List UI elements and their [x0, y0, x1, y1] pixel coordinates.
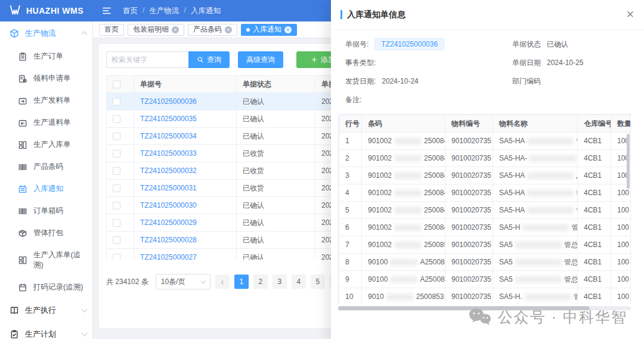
page-button-4[interactable]: 4: [292, 275, 306, 289]
row-checkbox[interactable]: [113, 98, 120, 106]
warehouse-no: 4CB1: [578, 236, 611, 254]
quantity: 100: [611, 236, 631, 254]
row-checkbox[interactable]: [113, 150, 120, 158]
tab-1[interactable]: 包装箱明细 ×: [128, 24, 184, 36]
tab-3[interactable]: 入库通知 ×: [241, 24, 297, 36]
field-row: 发货日期: 2024-10-24: [345, 75, 512, 87]
sidebar-item-1[interactable]: 领料申请单: [0, 67, 92, 90]
doc-no-link[interactable]: TZ241025000036: [140, 97, 197, 106]
sidebar-item-4[interactable]: 生产入库单: [0, 134, 92, 156]
tab-close-icon[interactable]: ×: [172, 26, 179, 33]
sidebar-item-10[interactable]: 打码记录(追溯): [0, 276, 92, 298]
doc-status: 已确认: [237, 128, 315, 145]
row-checkbox[interactable]: [113, 115, 120, 123]
detail-row: 4 9010022500847 9010020735 SA5-HA软管总.. 4…: [339, 184, 631, 202]
detail-table: 行号 条码 物料编号 物料名称 仓库编号 数量 1 9010022500844 …: [338, 114, 631, 304]
redaction-blur: [394, 224, 422, 231]
quantity: 100: [611, 288, 631, 304]
page-button-1[interactable]: 1: [234, 275, 249, 289]
row-checkbox[interactable]: [113, 236, 120, 244]
sidebar-item-5[interactable]: 产品条码: [0, 156, 92, 178]
material-name: SA5管总..: [493, 236, 578, 254]
prev-page-button[interactable]: ‹: [215, 275, 230, 289]
sidebar-section-0[interactable]: 生产物流: [0, 21, 92, 45]
sidebar-section-1[interactable]: 生产执行: [0, 298, 92, 322]
return-icon: [18, 118, 27, 128]
doc-no-link[interactable]: TZ241025000030: [140, 201, 197, 209]
huazhi-logo-icon: [8, 4, 21, 17]
collapse-menu-icon[interactable]: [101, 5, 112, 16]
advanced-query-button[interactable]: 高级查询: [238, 51, 283, 68]
row-checkbox[interactable]: [113, 202, 120, 209]
breadcrumb-home[interactable]: 首页: [123, 6, 138, 16]
tab-close-icon[interactable]: ×: [225, 26, 232, 33]
select-all-checkbox[interactable]: [113, 81, 120, 88]
sidebar-item-2[interactable]: 生产发料单: [0, 90, 92, 112]
row-checkbox[interactable]: [113, 254, 120, 260]
doc-no-link[interactable]: TZ241025000035: [140, 115, 197, 123]
sidebar-item-7[interactable]: 订单箱码: [0, 200, 92, 222]
barcode-icon: [18, 162, 27, 172]
material-no: 9010020735: [445, 254, 493, 271]
sidebar-item-9[interactable]: 生产入库单(追溯): [0, 244, 92, 276]
field-value: 2024-10-25: [547, 58, 583, 67]
sidebar-section-2[interactable]: 生产计划: [0, 322, 92, 339]
vertical-scrollbar-thumb[interactable]: [627, 134, 630, 189]
tab-close-icon[interactable]: ×: [284, 26, 292, 33]
barcode-icon: [18, 207, 27, 216]
sidebar-item-0[interactable]: 生产订单: [0, 45, 92, 67]
redaction-blur: [386, 294, 414, 300]
doc-no-link[interactable]: TZ241025000029: [140, 218, 197, 227]
page-button-3[interactable]: 3: [273, 275, 287, 289]
query-button[interactable]: 查询: [188, 51, 230, 68]
doc-no-link[interactable]: TZ241025000028: [140, 236, 197, 244]
doc-status: 已确认: [237, 232, 315, 249]
row-checkbox[interactable]: [113, 184, 120, 192]
material-no: 9010020735: [445, 167, 493, 184]
doc-status: 已收货: [237, 180, 315, 197]
sidebar-item-8[interactable]: 管体打包: [0, 222, 92, 244]
material-name: SA5管总..: [493, 271, 578, 288]
quantity: 100: [611, 271, 631, 288]
redaction-blur: [527, 207, 574, 214]
warehouse-no: 4CB1: [578, 202, 611, 219]
field-row: 单据状态 已确认: [512, 38, 583, 50]
cube-icon: [10, 29, 19, 38]
col-barcode: 条码: [362, 115, 445, 132]
field-row: 单据号: TZ241025000036: [345, 38, 512, 50]
row-checkbox[interactable]: [113, 167, 120, 175]
doc-no-link[interactable]: TZ241025000034: [140, 132, 197, 140]
line-no: 5: [339, 202, 362, 219]
detail-row: 9 90100A2500852 9010020735 SA5管总.. 4CB1 …: [339, 271, 631, 288]
material-no: 9010020735: [445, 150, 493, 167]
chevron-down-icon: [82, 331, 88, 337]
tab-2[interactable]: 产品条码 ×: [188, 24, 237, 36]
doc-no-link[interactable]: TZ241025000032: [140, 167, 197, 175]
close-icon[interactable]: ✕: [626, 10, 634, 20]
doc-status: 已确认: [237, 214, 315, 232]
sidebar-item-3[interactable]: 生产退料单: [0, 112, 92, 134]
sidebar-item-6[interactable]: 入库通知: [0, 178, 92, 200]
field-value: 已确认: [547, 39, 568, 50]
notice-icon: [18, 184, 27, 194]
doc-no-link[interactable]: TZ241025000027: [140, 253, 197, 260]
search-input[interactable]: [106, 51, 188, 68]
quantity: 100: [611, 219, 631, 236]
doc-status: 已确认: [237, 197, 315, 214]
chevron-down-icon: [200, 278, 205, 283]
tab-0[interactable]: 首页: [99, 24, 124, 36]
page-button-5[interactable]: 5: [311, 275, 325, 289]
doc-no-link[interactable]: TZ241025000031: [140, 184, 197, 192]
row-checkbox[interactable]: [113, 219, 120, 227]
doc-status: 已收货: [237, 145, 315, 162]
breadcrumb-section[interactable]: 生产物流: [149, 6, 179, 16]
page-button-2[interactable]: 2: [253, 275, 268, 289]
page-size-select[interactable]: 10条/页: [156, 274, 210, 289]
doc-no-link[interactable]: TZ241025000033: [140, 149, 197, 158]
barcode-cell: 9010022500844: [362, 132, 445, 150]
warehouse-no: 4CB1: [578, 271, 611, 288]
material-name: SA5-HA总..: [493, 167, 578, 184]
watermark-text: 公众号 · 中科华智: [498, 307, 627, 327]
row-checkbox[interactable]: [113, 132, 120, 140]
drawer-fields: 单据号: TZ241025000036 事务类型: 发货日期: 2024-10-…: [331, 30, 644, 108]
